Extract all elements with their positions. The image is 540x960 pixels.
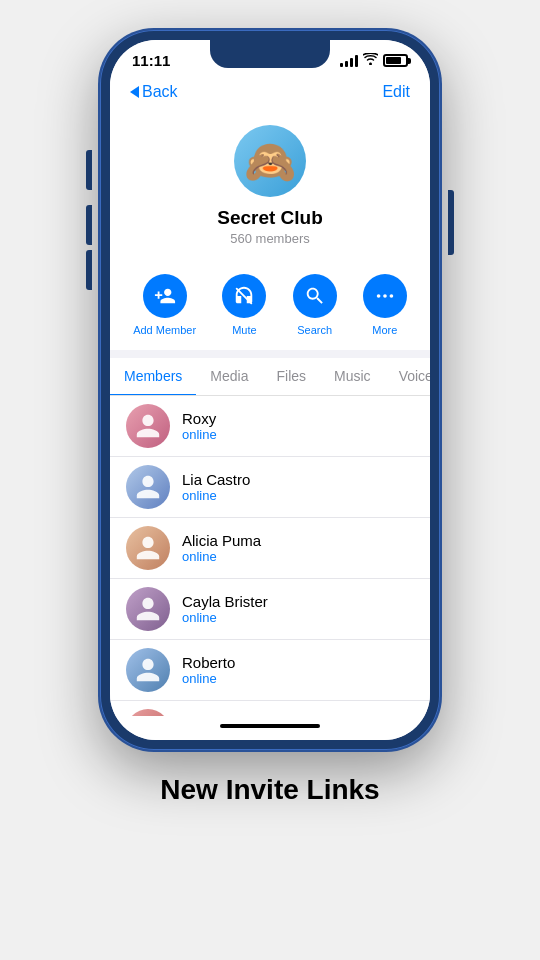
- phone-screen: 11:11: [110, 40, 430, 740]
- add-member-icon: [143, 274, 187, 318]
- member-info: Alicia Pumaonline: [182, 532, 261, 564]
- member-info: Robertoonline: [182, 654, 235, 686]
- more-button[interactable]: More: [363, 274, 407, 336]
- chevron-left-icon: [130, 86, 139, 98]
- member-avatar: [126, 587, 170, 631]
- notch: [210, 40, 330, 68]
- member-avatar: [126, 526, 170, 570]
- phone-frame: 11:11: [100, 30, 440, 750]
- more-icon: [363, 274, 407, 318]
- list-item[interactable]: Roxyonline: [110, 396, 430, 457]
- member-info: Roxyonline: [182, 410, 217, 442]
- back-button[interactable]: Back: [130, 83, 178, 101]
- list-item[interactable]: Alicia Pumaonline: [110, 518, 430, 579]
- page-wrapper: 11:11: [0, 0, 540, 960]
- member-name: Alicia Puma: [182, 532, 261, 549]
- member-avatar: [126, 648, 170, 692]
- signal-bars-icon: [340, 55, 358, 67]
- member-avatar: [126, 709, 170, 716]
- search-button[interactable]: Search: [293, 274, 337, 336]
- more-label: More: [372, 324, 397, 336]
- svg-point-2: [383, 294, 387, 298]
- member-name: Lia Castro: [182, 471, 250, 488]
- list-item[interactable]: Lia Castroonline: [110, 457, 430, 518]
- member-status: online: [182, 549, 261, 564]
- action-buttons: Add Member Mute: [110, 262, 430, 350]
- section-divider: [110, 350, 430, 358]
- nav-bar: Back Edit: [110, 75, 430, 111]
- member-status: online: [182, 610, 268, 625]
- member-avatar: [126, 404, 170, 448]
- member-name: Roxy: [182, 410, 217, 427]
- tab-members[interactable]: Members: [110, 358, 196, 396]
- svg-point-1: [377, 294, 381, 298]
- search-icon: [293, 274, 337, 318]
- tabs-scroll: Members Media Files Music Voice Lin…: [110, 358, 430, 396]
- member-avatar: [126, 465, 170, 509]
- add-member-button[interactable]: Add Member: [133, 274, 196, 336]
- group-avatar: 🙈: [234, 125, 306, 197]
- svg-point-3: [389, 294, 393, 298]
- member-count: 560 members: [230, 231, 309, 246]
- tab-music[interactable]: Music: [320, 358, 385, 395]
- member-status: online: [182, 488, 250, 503]
- home-indicator: [110, 716, 430, 740]
- status-time: 11:11: [132, 52, 170, 69]
- member-info: Lia Castroonline: [182, 471, 250, 503]
- list-item[interactable]: Cayla Bristeronline: [110, 579, 430, 640]
- battery-icon: [383, 54, 408, 67]
- mute-icon: [222, 274, 266, 318]
- group-name: Secret Club: [217, 207, 323, 229]
- profile-section: 🙈 Secret Club 560 members: [110, 111, 430, 262]
- status-icons: [340, 53, 408, 68]
- bottom-heading: New Invite Links: [160, 774, 379, 806]
- member-name: Cayla Brister: [182, 593, 268, 610]
- search-label: Search: [297, 324, 332, 336]
- add-member-label: Add Member: [133, 324, 196, 336]
- member-name: Roberto: [182, 654, 235, 671]
- list-item[interactable]: Robertoonline: [110, 640, 430, 701]
- members-list: Roxyonline Lia Castroonline Alicia Pumao…: [110, 396, 430, 716]
- list-item[interactable]: Liaonline: [110, 701, 430, 716]
- wifi-icon: [363, 53, 378, 68]
- tab-media[interactable]: Media: [196, 358, 262, 395]
- member-status: online: [182, 427, 217, 442]
- member-status: online: [182, 671, 235, 686]
- tab-voice[interactable]: Voice: [385, 358, 430, 395]
- tabs-container: Members Media Files Music Voice Lin…: [110, 358, 430, 396]
- member-info: Cayla Bristeronline: [182, 593, 268, 625]
- home-bar: [220, 724, 320, 728]
- mute-button[interactable]: Mute: [222, 274, 266, 336]
- mute-label: Mute: [232, 324, 256, 336]
- edit-button[interactable]: Edit: [382, 83, 410, 101]
- tab-files[interactable]: Files: [263, 358, 321, 395]
